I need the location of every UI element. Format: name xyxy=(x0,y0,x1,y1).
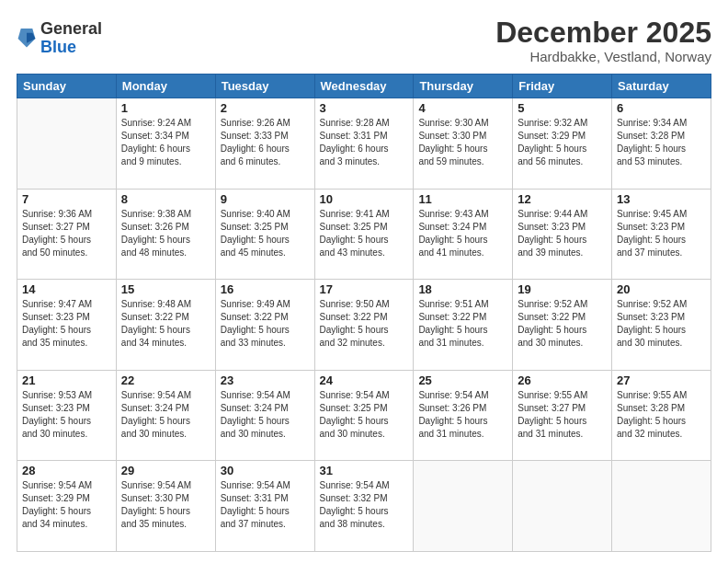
calendar-cell: 9Sunrise: 9:40 AMSunset: 3:25 PMDaylight… xyxy=(215,189,314,280)
calendar-cell: 1Sunrise: 9:24 AMSunset: 3:34 PMDaylight… xyxy=(116,98,215,190)
calendar-cell: 25Sunrise: 9:54 AMSunset: 3:26 PMDayligh… xyxy=(414,370,513,461)
day-number: 5 xyxy=(518,101,607,115)
calendar-cell: 2Sunrise: 9:26 AMSunset: 3:33 PMDaylight… xyxy=(215,98,314,190)
day-number: 15 xyxy=(121,282,210,296)
day-info: Sunrise: 9:26 AMSunset: 3:33 PMDaylight:… xyxy=(221,117,310,168)
calendar-header-thursday: Thursday xyxy=(414,75,513,98)
day-info: Sunrise: 9:41 AMSunset: 3:25 PMDaylight:… xyxy=(320,208,409,259)
logo-blue: Blue xyxy=(40,39,102,57)
calendar-table: SundayMondayTuesdayWednesdayThursdayFrid… xyxy=(17,74,711,552)
day-number: 13 xyxy=(617,192,706,206)
day-info: Sunrise: 9:52 AMSunset: 3:23 PMDaylight:… xyxy=(617,298,706,350)
day-number: 3 xyxy=(320,101,409,115)
calendar-week-3: 14Sunrise: 9:47 AMSunset: 3:23 PMDayligh… xyxy=(17,280,711,371)
day-number: 8 xyxy=(121,192,210,206)
calendar-cell: 7Sunrise: 9:36 AMSunset: 3:27 PMDaylight… xyxy=(17,189,117,280)
title-section: December 2025 Hardbakke, Vestland, Norwa… xyxy=(495,17,711,64)
day-info: Sunrise: 9:50 AMSunset: 3:22 PMDaylight:… xyxy=(320,298,409,350)
calendar-week-5: 28Sunrise: 9:54 AMSunset: 3:29 PMDayligh… xyxy=(17,461,711,552)
calendar-header-saturday: Saturday xyxy=(612,75,711,98)
calendar-cell: 17Sunrise: 9:50 AMSunset: 3:22 PMDayligh… xyxy=(314,280,414,371)
header: General Blue December 2025 Hardbakke, Ve… xyxy=(17,17,711,64)
calendar-cell: 27Sunrise: 9:55 AMSunset: 3:28 PMDayligh… xyxy=(612,370,711,461)
day-number: 22 xyxy=(121,373,210,387)
day-number: 14 xyxy=(22,282,111,296)
calendar-cell: 24Sunrise: 9:54 AMSunset: 3:25 PMDayligh… xyxy=(314,370,414,461)
calendar-cell: 19Sunrise: 9:52 AMSunset: 3:22 PMDayligh… xyxy=(513,280,612,371)
day-number: 2 xyxy=(221,101,310,115)
calendar-cell: 30Sunrise: 9:54 AMSunset: 3:31 PMDayligh… xyxy=(215,461,314,552)
day-number: 4 xyxy=(418,101,507,115)
day-number: 20 xyxy=(617,282,706,296)
calendar-header-tuesday: Tuesday xyxy=(215,75,314,98)
calendar-cell: 14Sunrise: 9:47 AMSunset: 3:23 PMDayligh… xyxy=(17,280,117,371)
main-title: December 2025 xyxy=(495,17,711,49)
day-number: 1 xyxy=(121,101,210,115)
day-info: Sunrise: 9:54 AMSunset: 3:25 PMDaylight:… xyxy=(320,389,409,441)
day-info: Sunrise: 9:54 AMSunset: 3:30 PMDaylight:… xyxy=(121,479,210,531)
day-info: Sunrise: 9:43 AMSunset: 3:24 PMDaylight:… xyxy=(418,208,507,259)
day-info: Sunrise: 9:30 AMSunset: 3:30 PMDaylight:… xyxy=(418,117,507,168)
calendar-cell: 29Sunrise: 9:54 AMSunset: 3:30 PMDayligh… xyxy=(116,461,215,552)
day-number: 31 xyxy=(320,464,409,477)
calendar-cell: 11Sunrise: 9:43 AMSunset: 3:24 PMDayligh… xyxy=(414,189,513,280)
day-number: 10 xyxy=(320,192,409,206)
day-info: Sunrise: 9:36 AMSunset: 3:27 PMDaylight:… xyxy=(22,208,111,259)
day-info: Sunrise: 9:54 AMSunset: 3:26 PMDaylight:… xyxy=(418,389,507,441)
day-info: Sunrise: 9:44 AMSunset: 3:23 PMDaylight:… xyxy=(518,208,607,259)
day-info: Sunrise: 9:32 AMSunset: 3:29 PMDaylight:… xyxy=(518,117,607,168)
calendar-cell: 31Sunrise: 9:54 AMSunset: 3:32 PMDayligh… xyxy=(314,461,414,552)
calendar-cell xyxy=(414,461,513,552)
calendar-cell xyxy=(612,461,711,552)
day-number: 16 xyxy=(221,282,310,296)
calendar-cell: 18Sunrise: 9:51 AMSunset: 3:22 PMDayligh… xyxy=(414,280,513,371)
day-info: Sunrise: 9:45 AMSunset: 3:23 PMDaylight:… xyxy=(617,208,706,259)
calendar-cell: 22Sunrise: 9:54 AMSunset: 3:24 PMDayligh… xyxy=(116,370,215,461)
day-info: Sunrise: 9:54 AMSunset: 3:24 PMDaylight:… xyxy=(121,389,210,441)
subtitle: Hardbakke, Vestland, Norway xyxy=(495,49,711,64)
day-info: Sunrise: 9:47 AMSunset: 3:23 PMDaylight:… xyxy=(22,298,111,350)
day-number: 29 xyxy=(121,464,210,477)
day-number: 11 xyxy=(418,192,507,206)
calendar-cell: 23Sunrise: 9:54 AMSunset: 3:24 PMDayligh… xyxy=(215,370,314,461)
calendar-cell xyxy=(17,98,117,190)
day-info: Sunrise: 9:49 AMSunset: 3:22 PMDaylight:… xyxy=(221,298,310,350)
day-info: Sunrise: 9:51 AMSunset: 3:22 PMDaylight:… xyxy=(418,298,507,350)
calendar-cell: 20Sunrise: 9:52 AMSunset: 3:23 PMDayligh… xyxy=(612,280,711,371)
day-info: Sunrise: 9:54 AMSunset: 3:31 PMDaylight:… xyxy=(221,479,310,531)
day-number: 26 xyxy=(518,373,607,387)
day-number: 25 xyxy=(418,373,507,387)
calendar-header-sunday: Sunday xyxy=(17,75,117,98)
calendar-cell: 15Sunrise: 9:48 AMSunset: 3:22 PMDayligh… xyxy=(116,280,215,371)
day-info: Sunrise: 9:24 AMSunset: 3:34 PMDaylight:… xyxy=(121,117,210,168)
calendar-cell: 5Sunrise: 9:32 AMSunset: 3:29 PMDaylight… xyxy=(513,98,612,190)
day-number: 17 xyxy=(320,282,409,296)
day-number: 7 xyxy=(22,192,111,206)
day-info: Sunrise: 9:40 AMSunset: 3:25 PMDaylight:… xyxy=(221,208,310,259)
calendar-header-wednesday: Wednesday xyxy=(314,75,414,98)
day-number: 28 xyxy=(22,464,111,477)
day-number: 23 xyxy=(221,373,310,387)
calendar-week-4: 21Sunrise: 9:53 AMSunset: 3:23 PMDayligh… xyxy=(17,370,711,461)
calendar-week-1: 1Sunrise: 9:24 AMSunset: 3:34 PMDaylight… xyxy=(17,98,711,190)
logo: General Blue xyxy=(17,20,102,57)
day-info: Sunrise: 9:48 AMSunset: 3:22 PMDaylight:… xyxy=(121,298,210,350)
calendar-cell: 26Sunrise: 9:55 AMSunset: 3:27 PMDayligh… xyxy=(513,370,612,461)
calendar-cell xyxy=(513,461,612,552)
day-info: Sunrise: 9:54 AMSunset: 3:29 PMDaylight:… xyxy=(22,479,111,531)
logo-icon xyxy=(17,26,37,52)
calendar-header-monday: Monday xyxy=(116,75,215,98)
day-info: Sunrise: 9:54 AMSunset: 3:32 PMDaylight:… xyxy=(320,479,409,531)
day-info: Sunrise: 9:54 AMSunset: 3:24 PMDaylight:… xyxy=(221,389,310,441)
day-number: 30 xyxy=(221,464,310,477)
calendar-cell: 12Sunrise: 9:44 AMSunset: 3:23 PMDayligh… xyxy=(513,189,612,280)
day-number: 12 xyxy=(518,192,607,206)
calendar-cell: 6Sunrise: 9:34 AMSunset: 3:28 PMDaylight… xyxy=(612,98,711,190)
calendar-cell: 10Sunrise: 9:41 AMSunset: 3:25 PMDayligh… xyxy=(314,189,414,280)
day-info: Sunrise: 9:55 AMSunset: 3:27 PMDaylight:… xyxy=(518,389,607,441)
day-info: Sunrise: 9:53 AMSunset: 3:23 PMDaylight:… xyxy=(22,389,111,441)
calendar-cell: 8Sunrise: 9:38 AMSunset: 3:26 PMDaylight… xyxy=(116,189,215,280)
page: General Blue December 2025 Hardbakke, Ve… xyxy=(0,0,728,563)
calendar-week-2: 7Sunrise: 9:36 AMSunset: 3:27 PMDaylight… xyxy=(17,189,711,280)
day-number: 18 xyxy=(418,282,507,296)
